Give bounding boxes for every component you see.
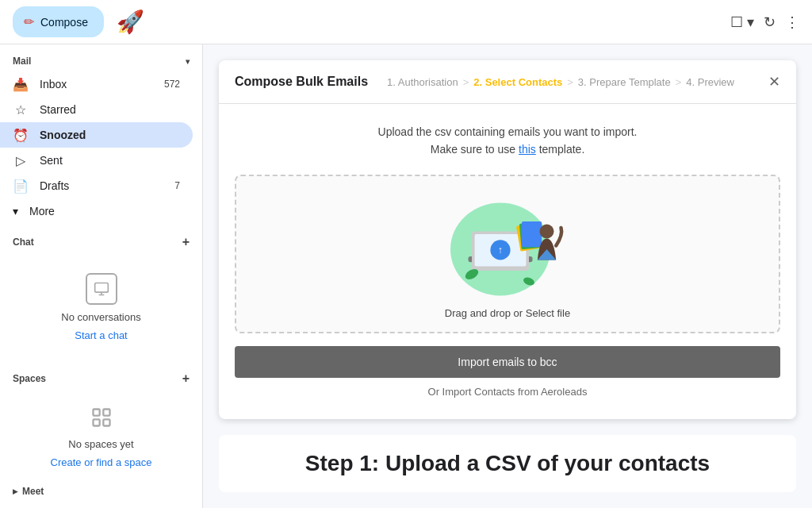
sidebar: Mail ▾ 📥 Inbox 572 ☆ Starred ⏰ Snoozed ▷… [0, 44, 203, 508]
import-emails-button[interactable]: Import emails to bcc [235, 346, 780, 378]
spaces-grid-icon [87, 403, 116, 432]
svg-text:↑: ↑ [498, 244, 503, 256]
modal-body: Upload the csv containing emails you wan… [219, 104, 796, 419]
more-label: More [29, 205, 55, 217]
mail-toggle-icon: ▾ [186, 57, 190, 66]
svg-rect-1 [93, 410, 99, 416]
refresh-icon[interactable]: ↻ [764, 13, 776, 31]
chat-bubble-icon [86, 273, 117, 305]
sidebar-item-more[interactable]: ▾ More [0, 198, 193, 224]
svg-rect-3 [93, 419, 99, 425]
modal-header: Compose Bulk Emails 1. Authorisation > 2… [219, 60, 796, 104]
drop-zone-label: Drag and drop or Select file [445, 307, 570, 319]
chat-section: Chat + No conversations Start a chat [0, 224, 202, 367]
sidebar-item-starred[interactable]: ☆ Starred [0, 97, 193, 122]
close-icon[interactable]: ✕ [768, 73, 780, 90]
main-layout: Mail ▾ 📥 Inbox 572 ☆ Starred ⏰ Snoozed ▷… [0, 44, 812, 508]
mail-label: Mail [13, 56, 31, 67]
modal-title: Compose Bulk Emails [235, 75, 368, 89]
clock-icon: ⏰ [13, 128, 29, 143]
send-icon: ▷ [13, 153, 29, 168]
breadcrumb-step2[interactable]: 2. Select Contacts [473, 76, 562, 88]
spaces-section-label: Spaces [13, 373, 46, 384]
no-spaces-text: No spaces yet [68, 438, 133, 450]
bulk-email-modal: Compose Bulk Emails 1. Authorisation > 2… [219, 60, 796, 419]
desc-line1: Upload the csv containing emails you wan… [378, 125, 638, 138]
meet-label: Meet [22, 486, 44, 497]
topbar-actions: ☐ ▾ ↻ ⋮ [730, 13, 799, 31]
add-chat-icon[interactable]: + [182, 235, 190, 249]
or-import-aeroleads[interactable]: Or Import Contacts from Aeroleads [235, 386, 780, 398]
no-conversations-area: No conversations Start a chat [0, 254, 202, 360]
sidebar-item-snoozed[interactable]: ⏰ Snoozed [0, 122, 193, 148]
sidebar-item-drafts[interactable]: 📄 Drafts 7 [0, 173, 193, 198]
file-drop-zone[interactable]: ↑ [235, 175, 780, 333]
inbox-count: 572 [164, 79, 180, 90]
pencil-icon: ✏ [24, 14, 34, 29]
inbox-icon: 📥 [13, 77, 29, 92]
drafts-label: Drafts [40, 179, 163, 192]
starred-label: Starred [40, 103, 180, 116]
svg-rect-4 [103, 419, 109, 425]
sidebar-item-inbox[interactable]: 📥 Inbox 572 [0, 71, 193, 97]
svg-rect-2 [103, 410, 109, 416]
compose-button[interactable]: ✏ Compose [13, 6, 104, 37]
mail-section-label[interactable]: Mail ▾ [0, 51, 202, 71]
chevron-right-icon: ▸ [13, 486, 17, 497]
drafts-count: 7 [174, 180, 180, 191]
rocket-icon: 🚀 [117, 9, 144, 35]
template-link[interactable]: this [519, 143, 536, 156]
no-conversations-text: No conversations [61, 311, 140, 323]
meet-section-label[interactable]: ▸ Meet [0, 481, 202, 502]
topbar: ✏ Compose 🚀 ☐ ▾ ↻ ⋮ [0, 0, 812, 44]
compose-label: Compose [40, 16, 88, 29]
step-label: Step 1: Upload a CSV of your contacts [235, 451, 780, 476]
breadcrumb-step3: 3. Prepare Template [578, 76, 671, 88]
chat-section-header[interactable]: Chat + [0, 230, 202, 254]
snoozed-label: Snoozed [40, 129, 180, 141]
create-space-link[interactable]: Create or find a space [51, 456, 152, 468]
breadcrumb-step1: 1. Authorisation [387, 76, 458, 88]
spaces-section-header[interactable]: Spaces + [0, 367, 202, 391]
breadcrumb-sep3: > [676, 76, 682, 88]
illustration-area: ↑ [236, 176, 779, 308]
upload-description: Upload the csv containing emails you wan… [235, 123, 780, 159]
sent-label: Sent [40, 154, 180, 167]
spaces-section: Spaces + No spaces yet Create or find a … [0, 367, 202, 481]
more-dots-icon[interactable]: ⋮ [785, 13, 799, 31]
svg-rect-0 [94, 283, 108, 293]
step-label-section: Step 1: Upload a CSV of your contacts [219, 435, 796, 492]
breadcrumb-sep1: > [463, 76, 469, 88]
svg-point-14 [540, 224, 554, 238]
inbox-label: Inbox [40, 78, 153, 90]
chevron-down-icon: ▾ [13, 205, 18, 217]
no-spaces-area: No spaces yet Create or find a space [0, 391, 202, 481]
breadcrumb-step4: 4. Preview [686, 76, 734, 88]
breadcrumb: 1. Authorisation > 2. Select Contacts > … [387, 76, 768, 88]
desc-line2-start: Make sure to use [431, 143, 519, 156]
draft-icon: 📄 [13, 179, 29, 194]
chat-section-label: Chat [13, 237, 34, 248]
svg-rect-13 [522, 221, 542, 247]
breadcrumb-sep2: > [567, 76, 573, 88]
content-area: Compose Bulk Emails 1. Authorisation > 2… [203, 44, 812, 508]
add-space-icon[interactable]: + [182, 371, 190, 386]
star-icon: ☆ [13, 102, 29, 117]
desc-line2-end: template. [536, 143, 584, 156]
checkbox-icon[interactable]: ☐ ▾ [730, 13, 754, 31]
sidebar-item-sent[interactable]: ▷ Sent [0, 148, 193, 173]
start-chat-link[interactable]: Start a chat [75, 329, 127, 341]
